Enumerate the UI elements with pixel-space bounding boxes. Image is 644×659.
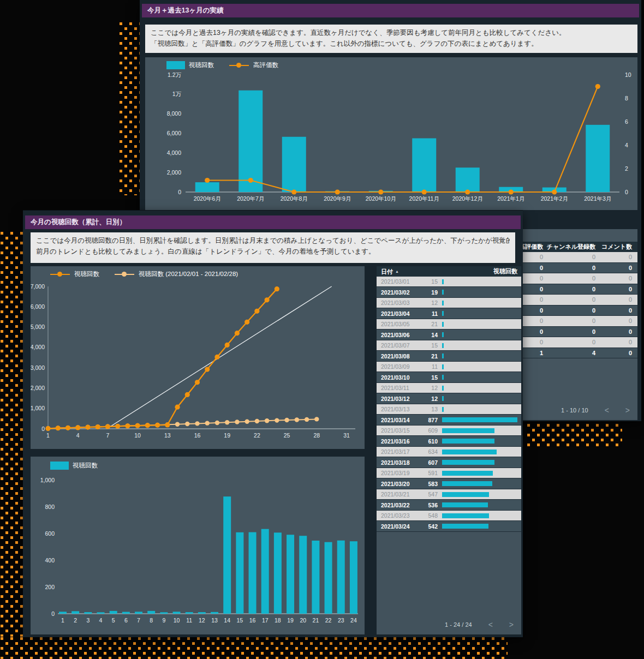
table-row[interactable]: 2021/03/0614 <box>377 330 521 340</box>
date-cell: 2021/03/24 <box>381 522 410 531</box>
svg-text:2021年1月: 2021年1月 <box>497 195 524 202</box>
value-cell: 11 <box>410 362 438 372</box>
column-header-views[interactable]: 視聴回数 <box>493 266 517 277</box>
description-line: ここでは今月と過去13ヶ月の実績を確認できます。直近数ヶ月だけでなく、季節要因も… <box>151 27 632 38</box>
data-bar <box>442 375 444 380</box>
table-row[interactable]: 2021/03/19591 <box>377 468 521 478</box>
data-bar <box>442 471 493 476</box>
value-cell: 0 <box>568 284 632 295</box>
table-row[interactable]: 2021/03/0312 <box>377 298 521 308</box>
svg-text:23: 23 <box>338 617 344 624</box>
table-row[interactable]: 2021/03/0521 <box>377 319 521 330</box>
table-row[interactable]: 2021/03/18607 <box>377 458 521 468</box>
desktop: { "desktop": { "pattern_color": "#f7941d… <box>0 0 644 659</box>
svg-text:12: 12 <box>199 617 205 624</box>
value-cell: 15 <box>410 277 438 286</box>
table-row[interactable]: 2021/03/22536 <box>377 500 521 511</box>
daily-bar-chart[interactable]: 02004006008001,0001234567891011121314151… <box>31 471 365 630</box>
table-row[interactable]: 2021/03/1212 <box>377 394 521 404</box>
table-row[interactable]: 2021/03/0219 <box>377 287 521 298</box>
date-cell: 2021/03/20 <box>381 479 410 489</box>
svg-text:5: 5 <box>112 617 115 624</box>
date-cell: 2021/03/02 <box>381 287 410 297</box>
svg-text:2021年2月: 2021年2月 <box>541 195 568 202</box>
table-row[interactable]: 2021/03/1313 <box>377 404 521 415</box>
daily-table-card: 日付▲ 視聴回数 2021/03/01152021/03/02192021/03… <box>377 266 521 634</box>
value-cell: 0 <box>568 263 632 273</box>
legend-label: 視聴回数 <box>73 462 98 470</box>
column-header-date[interactable]: 日付▲ <box>381 266 399 277</box>
pagination-label: 1 - 24 / 24 <box>445 621 472 628</box>
value-cell: 11 <box>410 309 438 319</box>
legend-item-views[interactable]: 視聴回数 <box>50 462 98 470</box>
page-title: 今月の視聴回数（累計、日別） <box>25 215 521 229</box>
table-row[interactable]: 2021/03/0911 <box>377 362 521 372</box>
legend-item-views[interactable]: 視聴回数 <box>166 61 214 69</box>
data-bar <box>442 332 444 337</box>
legend-item-likes[interactable]: 高評価数 <box>229 61 278 69</box>
svg-text:21: 21 <box>313 617 319 624</box>
cumulative-line-chart[interactable]: 01,0002,0003,0004,0005,0006,0007,0001471… <box>31 281 365 447</box>
legend-item-current[interactable]: 視聴回数 <box>50 270 99 278</box>
table-row[interactable]: 2021/03/0821 <box>377 351 521 362</box>
svg-text:6,000: 6,000 <box>31 303 45 310</box>
table-row[interactable]: 2021/03/1015 <box>377 373 521 383</box>
date-cell: 2021/03/10 <box>381 373 410 382</box>
prev-page-icon[interactable]: < <box>605 406 609 415</box>
svg-text:7: 7 <box>106 432 109 439</box>
value-cell: 0 <box>568 252 632 262</box>
legend-label: 高評価数 <box>253 61 278 69</box>
svg-text:19: 19 <box>287 617 294 624</box>
svg-text:600: 600 <box>45 530 55 537</box>
combo-chart[interactable]: 02,0004,0006,0008,0001万1.2万02468102020年6… <box>145 70 637 209</box>
desktop-pattern <box>0 231 23 659</box>
table-row[interactable]: 2021/03/14877 <box>377 415 521 426</box>
table-row[interactable]: 2021/03/16610 <box>377 436 521 447</box>
data-bar <box>442 322 444 327</box>
svg-text:15: 15 <box>237 617 243 624</box>
table-row[interactable]: 2021/03/17634 <box>377 447 521 457</box>
svg-text:16: 16 <box>194 432 201 439</box>
table-row[interactable]: 2021/03/0411 <box>377 309 521 319</box>
table-row[interactable]: 2021/03/1112 <box>377 383 521 393</box>
svg-text:1,000: 1,000 <box>31 405 45 411</box>
data-bar <box>442 301 444 305</box>
table-row[interactable]: 2021/03/23548 <box>377 511 521 521</box>
svg-text:6,000: 6,000 <box>167 130 181 136</box>
line-dot-icon <box>229 65 249 66</box>
chart-legend: 視聴回数 高評価数 <box>166 61 278 69</box>
data-bar <box>442 481 492 486</box>
date-cell: 2021/03/06 <box>381 330 410 340</box>
next-page-icon[interactable]: > <box>509 620 514 629</box>
value-cell: 877 <box>410 415 438 425</box>
svg-text:0: 0 <box>51 610 55 617</box>
svg-text:2020年9月: 2020年9月 <box>324 195 351 202</box>
svg-text:400: 400 <box>45 557 55 564</box>
svg-text:13: 13 <box>164 432 171 439</box>
table-row[interactable]: 2021/03/0715 <box>377 340 521 351</box>
svg-text:2020年6月: 2020年6月 <box>194 195 221 202</box>
table-row[interactable]: 2021/03/0115 <box>377 277 521 287</box>
legend-item-previous[interactable]: 視聴回数 (2021/02/01 - 2021/02/28) <box>115 270 238 278</box>
table-row[interactable]: 2021/03/15609 <box>377 426 521 436</box>
prev-page-icon[interactable]: < <box>488 620 493 629</box>
cumulative-line-card: 視聴回数 視聴回数 (2021/02/01 - 2021/02/28) 01,0… <box>31 266 365 449</box>
data-bar <box>442 439 494 444</box>
svg-text:14: 14 <box>224 617 230 624</box>
value-cell: 15 <box>410 373 438 382</box>
svg-text:0: 0 <box>41 426 45 432</box>
value-cell: 0 <box>568 348 632 358</box>
next-page-icon[interactable]: > <box>625 406 630 415</box>
table-row[interactable]: 2021/03/21547 <box>377 489 521 500</box>
value-cell: 0 <box>568 316 632 326</box>
data-bar <box>442 417 517 422</box>
date-cell: 2021/03/23 <box>381 511 410 520</box>
table-row[interactable]: 2021/03/24542 <box>377 522 521 532</box>
panel-description: ここでは今月と過去13ヶ月の実績を確認できます。直近数ヶ月だけでなく、季節要因も… <box>145 25 637 53</box>
svg-text:4: 4 <box>99 617 103 624</box>
column-header-comments[interactable]: コメント数 <box>568 242 632 252</box>
bar-swatch-icon <box>50 462 69 470</box>
date-cell: 2021/03/12 <box>381 394 410 404</box>
table-row[interactable]: 2021/03/20583 <box>377 479 521 489</box>
sort-asc-icon: ▲ <box>395 269 399 273</box>
